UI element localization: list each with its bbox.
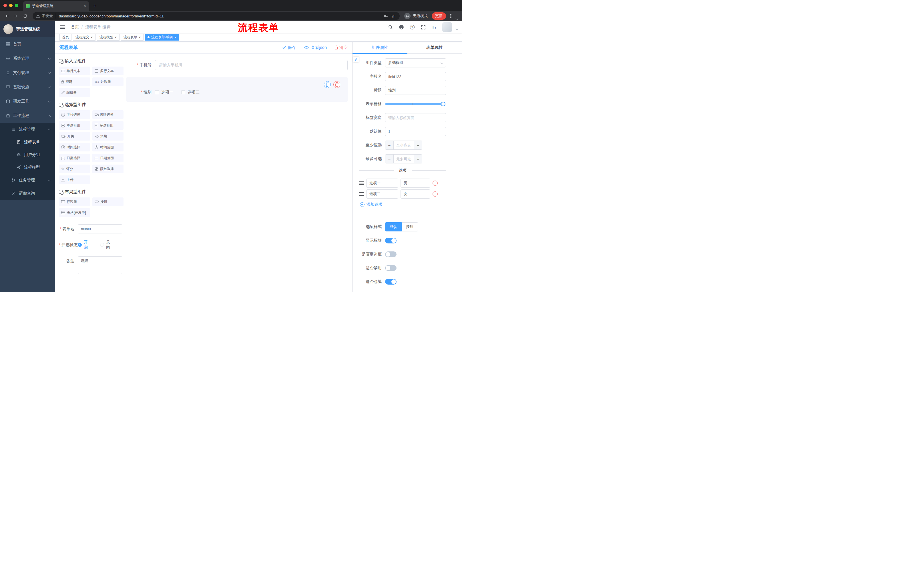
copy-field-button[interactable] bbox=[324, 81, 331, 88]
drag-handle-icon[interactable] bbox=[360, 192, 364, 196]
increase-button[interactable]: + bbox=[414, 141, 422, 150]
chip-date-range[interactable]: 日期范围 bbox=[92, 154, 124, 162]
option-value-input[interactable] bbox=[401, 179, 430, 188]
component-type-select[interactable]: 多选框组 bbox=[385, 58, 446, 67]
chip-date-picker[interactable]: 日期选择 bbox=[59, 154, 90, 162]
tag-close-icon[interactable]: × bbox=[90, 36, 93, 39]
label-width-input[interactable] bbox=[385, 113, 446, 122]
new-tab-button[interactable]: + bbox=[91, 2, 99, 10]
sidebar-item-infrastructure[interactable]: 基础设施 bbox=[0, 80, 55, 94]
tab-component-props[interactable]: 组件属性 bbox=[353, 42, 408, 53]
url-text[interactable]: dashboard.yudao.iocoder.cn/bpm/manager/f… bbox=[59, 14, 382, 18]
chip-time-picker[interactable]: 时间选择 bbox=[59, 143, 90, 151]
sidebar-item-devtools[interactable]: 研发工具 bbox=[0, 94, 55, 109]
drag-handle-icon[interactable] bbox=[360, 181, 364, 185]
chip-time-range[interactable]: 时间范围 bbox=[92, 143, 124, 151]
tag-home[interactable]: 首页 bbox=[59, 34, 71, 41]
tab-form-props[interactable]: 表单属性 bbox=[408, 42, 462, 53]
avatar-caret-icon[interactable] bbox=[456, 27, 459, 30]
address-bar[interactable]: 不安全 dashboard.yudao.iocoder.cn/bpm/manag… bbox=[33, 12, 400, 20]
tab-close-icon[interactable]: × bbox=[84, 4, 86, 8]
zoom-window-button[interactable] bbox=[15, 4, 18, 7]
browser-tab[interactable]: 芋道管理系统 × bbox=[23, 1, 89, 11]
fullscreen-icon[interactable] bbox=[419, 23, 427, 31]
link-icon[interactable] bbox=[353, 57, 359, 62]
status-off-radio[interactable]: 关闭 bbox=[100, 240, 114, 250]
gender-option2-checkbox[interactable]: 选项二 bbox=[181, 90, 200, 95]
show-label-switch[interactable] bbox=[385, 238, 396, 243]
default-value-input[interactable] bbox=[385, 127, 446, 136]
chip-color-picker[interactable]: 颜色选择 bbox=[92, 165, 124, 173]
tag-process-model[interactable]: 流程模型 × bbox=[97, 34, 119, 41]
tag-close-icon[interactable]: × bbox=[114, 36, 117, 39]
tag-process-form[interactable]: 流程表单 × bbox=[121, 34, 144, 41]
tag-process-form-edit[interactable]: 流程表单-编辑 × bbox=[145, 34, 179, 41]
chip-slider[interactable]: 滑块 bbox=[92, 132, 124, 141]
minimize-window-button[interactable] bbox=[9, 4, 13, 7]
chip-table[interactable]: 表格[开发中] bbox=[59, 208, 90, 217]
sidebar-item-system[interactable]: 系统管理 bbox=[0, 51, 55, 66]
tag-close-icon[interactable]: × bbox=[139, 36, 141, 39]
form-grid-slider[interactable] bbox=[385, 104, 443, 105]
option-remove-button[interactable] bbox=[432, 191, 438, 197]
chip-row-container[interactable]: 行容器 bbox=[59, 197, 90, 206]
chip-switch[interactable]: 开关 bbox=[59, 132, 90, 141]
option-label-input[interactable] bbox=[366, 189, 398, 199]
font-size-icon[interactable] bbox=[430, 23, 438, 31]
border-switch[interactable] bbox=[385, 252, 396, 257]
gender-option1-checkbox[interactable]: 选项一 bbox=[155, 90, 173, 95]
sidebar-item-task-management[interactable]: 任务管理 bbox=[0, 174, 55, 187]
style-button-button[interactable]: 按钮 bbox=[402, 222, 418, 232]
increase-button[interactable]: + bbox=[414, 155, 422, 163]
decrease-button[interactable]: − bbox=[385, 155, 394, 163]
chip-editor[interactable]: 编辑器 bbox=[59, 88, 90, 97]
disabled-switch[interactable] bbox=[385, 265, 396, 271]
sidebar-item-process-form[interactable]: 流程表单 bbox=[0, 136, 55, 148]
add-option-link[interactable]: 添加选项 bbox=[360, 202, 446, 207]
chip-textarea[interactable]: 多行文本 bbox=[92, 67, 124, 75]
option-label-input[interactable] bbox=[366, 179, 398, 188]
chip-checkbox-group[interactable]: 多选框组 bbox=[92, 121, 124, 130]
chip-counter[interactable]: 计数器 bbox=[92, 77, 124, 86]
sidebar-item-payment[interactable]: 支付管理 bbox=[0, 66, 55, 80]
collapse-sidebar-icon[interactable] bbox=[60, 25, 66, 29]
chip-radio-group[interactable]: 单选框组 bbox=[59, 121, 90, 130]
chip-upload[interactable]: 上传 bbox=[59, 175, 90, 184]
chip-select[interactable]: 下拉选择 bbox=[59, 110, 90, 119]
chip-single-line-text[interactable]: 单行文本 bbox=[59, 67, 90, 75]
browser-menu-button[interactable] bbox=[447, 12, 455, 20]
chevron-down-icon[interactable] bbox=[455, 17, 458, 20]
required-switch[interactable] bbox=[385, 279, 396, 285]
save-button[interactable]: 保存 bbox=[283, 45, 296, 50]
tag-process-definition[interactable]: 流程定义 × bbox=[73, 34, 96, 41]
sidebar-item-leave-query[interactable]: 请假查询 bbox=[0, 187, 55, 200]
view-json-button[interactable]: 查看json bbox=[304, 45, 327, 50]
back-button[interactable] bbox=[3, 12, 11, 20]
form-name-input[interactable] bbox=[78, 224, 122, 234]
form-canvas[interactable]: 手机号 性别 bbox=[126, 54, 352, 292]
help-icon[interactable] bbox=[408, 23, 417, 31]
delete-field-button[interactable] bbox=[333, 81, 340, 88]
chip-password[interactable]: 密码 bbox=[59, 77, 90, 86]
sidebar-item-workflow[interactable]: 工作流程 bbox=[0, 109, 55, 123]
forward-button[interactable] bbox=[12, 12, 20, 20]
security-label[interactable]: 不安全 bbox=[42, 13, 56, 18]
clear-button[interactable]: 清空 bbox=[335, 45, 348, 50]
canvas-field-gender-selected[interactable]: 性别 选项一 选项二 bbox=[126, 77, 348, 102]
sidebar-item-process-management[interactable]: 流程管理 bbox=[0, 123, 55, 136]
chip-rate[interactable]: 评分 bbox=[59, 165, 90, 173]
search-icon[interactable] bbox=[386, 23, 395, 31]
chip-button[interactable]: 按钮 bbox=[92, 197, 124, 206]
title-input[interactable] bbox=[385, 86, 446, 95]
status-on-radio[interactable]: 开启 bbox=[78, 240, 91, 250]
option-value-input[interactable] bbox=[401, 189, 430, 199]
sidebar-item-process-model[interactable]: 流程模型 bbox=[0, 161, 55, 174]
chip-cascader[interactable]: 级联选择 bbox=[92, 110, 124, 119]
sidebar-item-home[interactable]: 首页 bbox=[0, 37, 55, 51]
option-remove-button[interactable] bbox=[432, 181, 438, 186]
bookmark-star-icon[interactable] bbox=[389, 12, 397, 20]
reload-button[interactable] bbox=[21, 12, 29, 20]
chrome-update-button[interactable]: 更新 bbox=[432, 12, 446, 20]
field-name-input[interactable] bbox=[385, 72, 446, 81]
decrease-button[interactable]: − bbox=[385, 141, 394, 150]
